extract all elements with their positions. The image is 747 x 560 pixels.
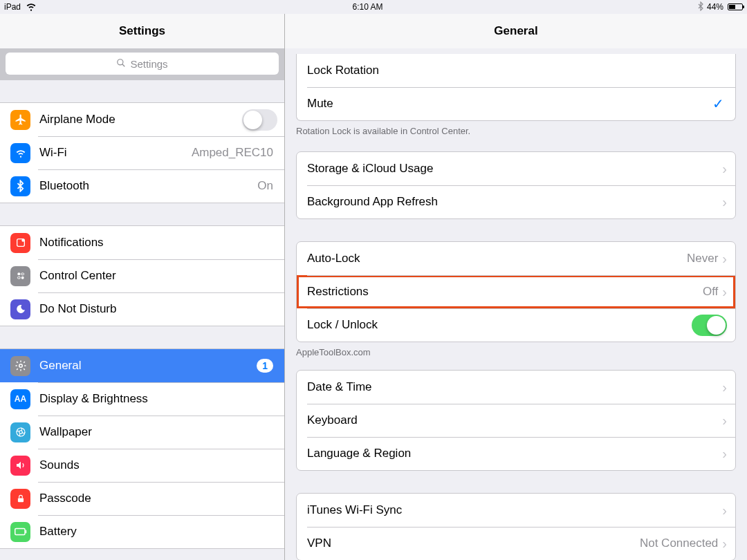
row-lockunlock[interactable]: Lock / Unlock	[297, 308, 735, 342]
display-icon: AA	[10, 389, 30, 409]
row-language[interactable]: Language & Region ›	[297, 437, 735, 470]
bluetooth-status-icon	[698, 1, 704, 13]
wifi-settings-icon	[10, 143, 30, 163]
detail-group-itunes: iTunes Wi-Fi Sync › VPN Not Connected ›	[296, 493, 736, 560]
wallpaper-label: Wallpaper	[39, 425, 277, 439]
sidebar-item-notifications[interactable]: Notifications	[0, 226, 284, 259]
sidebar-item-wallpaper[interactable]: Wallpaper	[0, 416, 284, 449]
dnd-label: Do Not Disturb	[39, 302, 277, 316]
sidebar-item-general[interactable]: General 1	[0, 349, 284, 382]
row-keyboard[interactable]: Keyboard ›	[297, 404, 735, 437]
row-datetime[interactable]: Date & Time ›	[297, 371, 735, 404]
svg-point-10	[19, 431, 22, 434]
sidebar-group-connectivity: Airplane Mode Wi-Fi Amped_REC10 Bluetoot…	[0, 102, 284, 203]
general-badge: 1	[257, 359, 273, 373]
datetime-label: Date & Time	[307, 380, 722, 394]
chevron-right-icon: ›	[722, 195, 727, 209]
lockunlock-label: Lock / Unlock	[307, 318, 692, 332]
sidebar-item-controlcenter[interactable]: Control Center	[0, 259, 284, 292]
battery-label: Battery	[39, 525, 277, 539]
detail-pane: General Lock Rotation Mute ✓ Rotation Lo…	[285, 14, 747, 560]
checkmark-icon: ✓	[712, 95, 724, 112]
itunessync-label: iTunes Wi-Fi Sync	[307, 503, 722, 517]
sidebar-item-display[interactable]: AA Display & Brightness	[0, 382, 284, 416]
row-storage[interactable]: Storage & iCloud Usage ›	[297, 152, 735, 185]
sidebar-item-wifi[interactable]: Wi-Fi Amped_REC10	[0, 136, 284, 169]
controlcenter-label: Control Center	[39, 269, 277, 283]
language-label: Language & Region	[307, 447, 722, 460]
detail-group-lock: Auto-Lock Never › Restrictions Off › Loc…	[296, 241, 736, 342]
row-mute[interactable]: Mute ✓	[297, 87, 735, 120]
airplane-switch[interactable]	[242, 109, 277, 131]
chevron-right-icon: ›	[722, 503, 727, 517]
battery-percent: 44%	[707, 2, 723, 12]
sidebar-group-general: General 1 AA Display & Brightness Wallpa…	[0, 348, 284, 549]
passcode-label: Passcode	[39, 492, 277, 505]
row-vpn[interactable]: VPN Not Connected ›	[297, 527, 735, 560]
wifi-icon	[25, 0, 37, 15]
sidebar-item-airplane[interactable]: Airplane Mode	[0, 103, 284, 136]
airplane-label: Airplane Mode	[39, 113, 242, 127]
chevron-right-icon: ›	[722, 536, 727, 550]
chevron-right-icon: ›	[722, 162, 727, 176]
svg-point-0	[118, 59, 123, 64]
notifications-icon	[10, 233, 30, 253]
general-label: General	[39, 359, 257, 373]
autolock-label: Auto-Lock	[307, 252, 687, 265]
rotation-footer: Rotation Lock is available in Control Ce…	[285, 121, 747, 136]
svg-rect-11	[17, 498, 23, 502]
chevron-right-icon: ›	[722, 447, 727, 460]
detail-group-storage: Storage & iCloud Usage › Background App …	[296, 151, 736, 219]
search-icon	[116, 58, 126, 70]
sidebar-item-bluetooth[interactable]: Bluetooth On	[0, 169, 284, 203]
sounds-label: Sounds	[39, 458, 277, 472]
row-itunessync[interactable]: iTunes Wi-Fi Sync ›	[297, 494, 735, 527]
sidebar-title: Settings	[0, 14, 284, 48]
restrictions-value: Off	[703, 285, 718, 299]
bluetooth-icon	[10, 176, 30, 196]
bluetooth-label: Bluetooth	[39, 179, 257, 193]
general-icon	[10, 356, 30, 376]
sidebar-item-battery[interactable]: Battery	[0, 515, 284, 548]
svg-point-5	[21, 277, 24, 279]
svg-point-8	[19, 364, 22, 368]
autolock-value: Never	[687, 252, 718, 265]
sidebar-item-passcode[interactable]: Passcode	[0, 482, 284, 515]
controlcenter-icon	[10, 266, 30, 286]
wifi-label: Wi-Fi	[39, 146, 192, 160]
vpn-value: Not Connected	[640, 536, 718, 550]
row-restrictions[interactable]: Restrictions Off ›	[297, 275, 735, 308]
clock: 6:10 AM	[352, 2, 382, 12]
chevron-right-icon: ›	[722, 285, 727, 299]
lockrotation-label: Lock Rotation	[307, 64, 727, 77]
search-input[interactable]: Settings	[6, 53, 279, 75]
sidebar: Settings Settings Airplane Mode Wi-Fi Am…	[0, 14, 285, 560]
detail-title: General	[285, 14, 747, 48]
row-autolock[interactable]: Auto-Lock Never ›	[297, 242, 735, 275]
display-label: Display & Brightness	[39, 392, 277, 406]
battery-settings-icon	[10, 522, 30, 542]
battery-icon	[728, 3, 743, 10]
detail-group-sideswitch: Lock Rotation Mute ✓	[296, 54, 736, 121]
svg-rect-6	[17, 277, 20, 279]
svg-point-3	[21, 239, 24, 242]
svg-point-4	[17, 272, 20, 275]
search-placeholder: Settings	[130, 58, 167, 70]
lockunlock-switch[interactable]	[692, 315, 727, 336]
sidebar-item-sounds[interactable]: Sounds	[0, 449, 284, 482]
chevron-right-icon: ›	[722, 380, 727, 394]
detail-group-datetime: Date & Time › Keyboard › Language & Regi…	[296, 370, 736, 471]
wallpaper-icon	[10, 422, 30, 442]
passcode-icon	[10, 489, 30, 509]
bluetooth-value: On	[257, 179, 273, 193]
sidebar-item-dnd[interactable]: Do Not Disturb	[0, 292, 284, 326]
vpn-label: VPN	[307, 536, 640, 550]
bgrefresh-label: Background App Refresh	[307, 195, 722, 209]
row-lockrotation[interactable]: Lock Rotation	[297, 54, 735, 87]
svg-point-9	[17, 428, 25, 436]
row-bgrefresh[interactable]: Background App Refresh ›	[297, 185, 735, 218]
status-bar: iPad 6:10 AM 44%	[0, 0, 747, 14]
chevron-right-icon: ›	[722, 252, 727, 265]
device-label: iPad	[4, 2, 21, 12]
notifications-label: Notifications	[39, 236, 277, 250]
